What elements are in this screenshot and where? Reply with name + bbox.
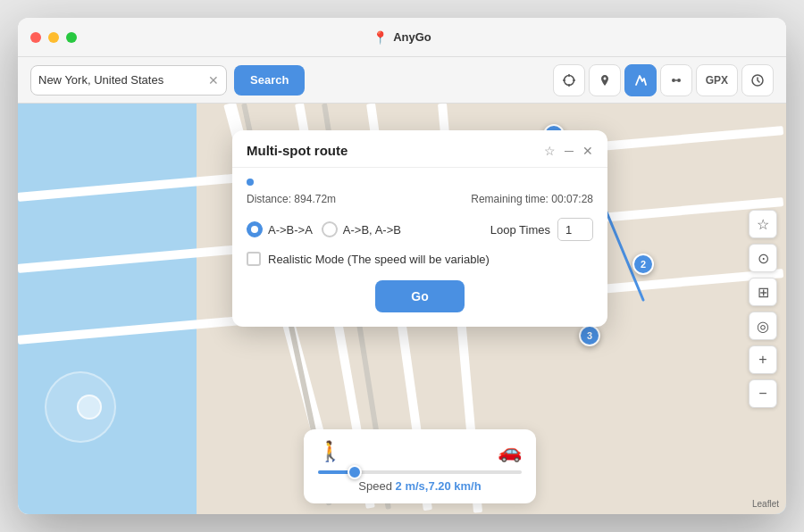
pin-icon: 📍 [373,30,388,45]
zoom-out-button[interactable]: − [749,379,777,408]
multispot-route-button[interactable] [624,64,657,96]
joystick[interactable] [45,371,116,443]
search-button[interactable]: Search [234,65,305,96]
clear-search-button[interactable]: ✕ [208,74,219,87]
app-title: 📍 AnyGo [373,30,431,45]
toolbar-icons: GPX [553,64,774,96]
radio-aba [247,221,263,237]
marker-3: 3 [579,325,600,346]
option-aba[interactable]: A->B->A [247,221,313,237]
loop-times-group: Loop Times [490,218,593,241]
modal-info-row: Distance: 894.72m Remaining time: 00:07:… [247,193,593,205]
favorite-button[interactable]: ☆ [749,210,777,238]
speed-icons-row: 🚶 🚗 [318,440,522,463]
toolbar: ✕ Search [18,57,786,104]
walk-icon: 🚶 [318,440,342,463]
speed-value: 2 m/s,7.20 km/h [396,479,482,493]
radio-ab [322,221,338,237]
remaining-label: Remaining time: 00:07:28 [471,193,593,205]
right-buttons: ☆ ⊙ ⊞ ◎ + − [749,210,777,408]
crosshair-button[interactable] [553,64,585,96]
svg-point-5 [672,79,675,82]
loop-times-input[interactable] [557,218,593,241]
modal-title: Multi-spot route [247,143,348,158]
multispot-modal: Multi-spot route ☆ ─ ✕ Distance: 894.72m… [232,130,607,327]
zoom-in-button[interactable]: + [749,345,777,374]
modal-options-row: A->B->A A->B, A->B Loop Times [247,218,593,241]
speed-panel: 🚶 🚗 Speed 2 m/s,7.20 km/h [304,429,536,503]
location-button[interactable]: ◎ [749,312,777,340]
maximize-button[interactable] [66,32,77,43]
titlebar: 📍 AnyGo [18,18,786,57]
modal-favorite-button[interactable]: ☆ [544,144,556,158]
modal-header: Multi-spot route ☆ ─ ✕ [232,130,607,168]
leaflet-credit: Leaflet [752,499,779,509]
search-box: ✕ [30,65,227,96]
pin-route-button[interactable] [589,64,621,96]
realistic-mode-row: Realistic Mode (The speed will be variab… [247,252,593,266]
minimize-button[interactable] [48,32,59,43]
map-view-button[interactable]: ⊞ [749,278,777,306]
speed-static-label: Speed [358,479,392,493]
joystick-knob [77,395,102,420]
history-button[interactable] [741,64,774,96]
waypoint-button[interactable] [660,64,692,96]
marker-2: 2 [632,254,654,275]
traffic-lights [30,32,77,43]
option-ab[interactable]: A->B, A->B [322,221,401,237]
modal-header-icons: ☆ ─ ✕ [544,144,593,158]
modal-body: Distance: 894.72m Remaining time: 00:07:… [232,168,607,327]
map-area[interactable]: 1 2 3 ☆ ⊙ ⊞ ◎ + − Leaflet Multi-spot rou… [18,104,786,514]
search-input[interactable] [38,73,203,87]
svg-point-0 [564,75,574,85]
close-button[interactable] [30,32,41,43]
distance-label: Distance: 894.72m [247,193,336,205]
go-button[interactable]: Go [375,280,465,312]
speed-slider-thumb [348,465,362,479]
realistic-mode-label: Realistic Mode (The speed will be variab… [268,253,490,266]
modal-close-button[interactable]: ✕ [582,144,593,158]
app-window: 📍 AnyGo ✕ Search [18,18,786,514]
modal-minimize-button[interactable]: ─ [565,144,574,158]
svg-point-6 [677,79,681,82]
speed-slider-track[interactable] [318,470,522,474]
compass-button[interactable]: ⊙ [749,244,777,272]
loop-times-label: Loop Times [490,223,550,237]
car-icon: 🚗 [498,440,522,463]
speed-label-row: Speed 2 m/s,7.20 km/h [318,479,522,493]
realistic-mode-checkbox[interactable] [247,252,261,266]
location-dot [247,179,254,186]
gpx-button[interactable]: GPX [696,64,738,96]
